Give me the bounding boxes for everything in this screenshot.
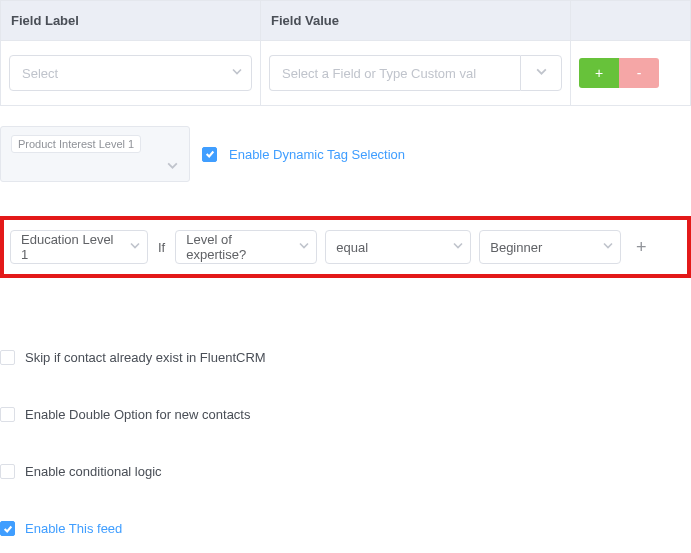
condition-field-value: Level of expertise?: [186, 232, 288, 262]
condition-operator-select[interactable]: equal: [325, 230, 471, 264]
option-double-optin-row: Enable Double Option for new contacts: [0, 407, 691, 422]
add-condition-button[interactable]: +: [629, 232, 653, 262]
condition-operator-value: equal: [336, 240, 368, 255]
option-conditional-row: Enable conditional logic: [0, 464, 691, 479]
remove-row-button[interactable]: -: [619, 58, 659, 88]
chevron-down-icon: [166, 159, 179, 175]
double-optin-checkbox[interactable]: [0, 407, 15, 422]
condition-tag-select[interactable]: Education Level 1: [10, 230, 148, 264]
condition-value-value: Beginner: [490, 240, 542, 255]
condition-if-label: If: [156, 240, 167, 255]
option-enable-feed-row: Enable This feed: [0, 521, 691, 536]
condition-field-select[interactable]: Level of expertise?: [175, 230, 317, 264]
enable-feed-checkbox[interactable]: [0, 521, 15, 536]
add-row-button[interactable]: +: [579, 58, 619, 88]
chevron-down-icon: [129, 240, 141, 255]
double-optin-label[interactable]: Enable Double Option for new contacts: [25, 407, 250, 422]
chevron-down-icon: [535, 65, 548, 81]
tag-row: Product Interest Level 1 Enable Dynamic …: [0, 126, 691, 182]
field-value-input[interactable]: [269, 55, 520, 91]
field-mapping-table: Field Label Field Value Select: [0, 0, 691, 106]
chevron-down-icon: [452, 240, 464, 255]
options-list: Skip if contact already exist in FluentC…: [0, 350, 691, 536]
tag-chip: Product Interest Level 1: [11, 135, 141, 153]
field-value-wrap: [269, 55, 562, 91]
enable-dynamic-label[interactable]: Enable Dynamic Tag Selection: [229, 147, 405, 162]
skip-existing-checkbox[interactable]: [0, 350, 15, 365]
enable-dynamic-checkbox[interactable]: [202, 147, 217, 162]
header-field-label: Field Label: [1, 1, 261, 41]
condition-value-select[interactable]: Beginner: [479, 230, 621, 264]
row-actions: + -: [579, 58, 682, 88]
skip-existing-label[interactable]: Skip if contact already exist in FluentC…: [25, 350, 266, 365]
conditional-logic-label[interactable]: Enable conditional logic: [25, 464, 162, 479]
field-label-select[interactable]: Select: [9, 55, 252, 91]
chevron-down-icon: [298, 240, 310, 255]
header-field-value: Field Value: [261, 1, 571, 41]
enable-feed-label[interactable]: Enable This feed: [25, 521, 122, 536]
field-row: Select +: [1, 41, 691, 106]
header-actions: [571, 1, 691, 41]
condition-row-highlight: Education Level 1 If Level of expertise?…: [0, 216, 691, 278]
chevron-down-icon: [602, 240, 614, 255]
option-skip-row: Skip if contact already exist in FluentC…: [0, 350, 691, 365]
tag-multiselect[interactable]: Product Interest Level 1: [0, 126, 190, 182]
field-label-placeholder: Select: [22, 66, 58, 81]
chevron-down-icon: [231, 66, 243, 81]
condition-tag-value: Education Level 1: [21, 232, 119, 262]
conditional-logic-checkbox[interactable]: [0, 464, 15, 479]
field-value-dropdown-button[interactable]: [520, 55, 562, 91]
